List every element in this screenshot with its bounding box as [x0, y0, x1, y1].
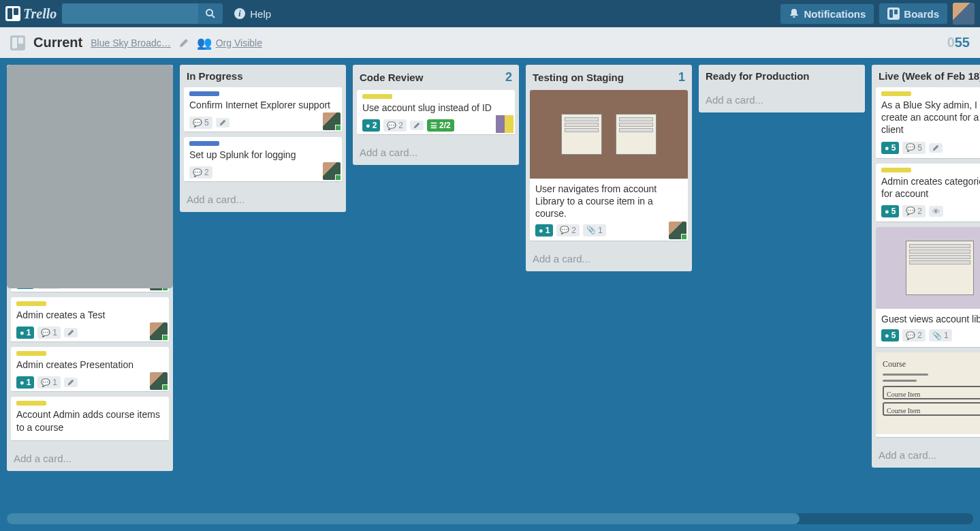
svg-point-0	[206, 10, 212, 16]
list-count: 1	[678, 70, 685, 85]
search-wrap	[62, 3, 223, 24]
search-button[interactable]	[198, 3, 223, 24]
visibility[interactable]: 👥 Org Visible	[197, 35, 262, 50]
list-count: 2	[505, 70, 512, 85]
top-header: Trello i Help Notifications Boards	[0, 0, 980, 27]
edit-icon[interactable]	[179, 38, 189, 48]
list-code-review: Code Review 2 Use account slug instead o…	[353, 65, 519, 165]
comments-badge: 💬1	[37, 327, 61, 339]
member-avatar[interactable]	[323, 112, 341, 130]
search-icon	[205, 8, 216, 19]
card[interactable]: Account Admin adds course items to a cou…	[11, 397, 169, 440]
org-link[interactable]: Blue Sky Broadc…	[91, 37, 171, 48]
people-icon: 👥	[197, 35, 212, 50]
attachment-badge: 📎1	[583, 224, 606, 237]
card[interactable]: As a Blue Sky admin, I create an account…	[876, 87, 980, 159]
comments-badge: 💬2	[189, 166, 212, 179]
comments-badge: 💬5	[189, 117, 212, 129]
member-avatar[interactable]	[150, 322, 168, 340]
watch-badge: 👁	[929, 206, 943, 217]
user-avatar[interactable]	[953, 3, 975, 25]
card[interactable]: User navigates from account Library to a…	[530, 90, 688, 241]
card[interactable]: Admin creates a Test ●1 💬1	[11, 297, 169, 342]
votes-badge: ●1	[16, 327, 34, 339]
votes-badge: ●5	[881, 142, 899, 154]
search-input[interactable]	[62, 3, 198, 24]
list-in-progress: In Progress Confirm Internet Explorer su…	[180, 65, 346, 212]
card[interactable]: Admin creates categories for account ●5 …	[876, 164, 980, 222]
member-avatar[interactable]	[669, 222, 686, 239]
label-blue	[189, 141, 219, 146]
help-link[interactable]: i Help	[228, 5, 276, 22]
add-card[interactable]: Add a card...	[699, 87, 865, 112]
card[interactable]: Use account slug instead of ID ●2 💬2 ☰2/…	[357, 90, 515, 135]
member-avatar[interactable]	[150, 372, 168, 390]
list-title[interactable]: Live (Week of Feb 18)	[879, 70, 980, 82]
info-icon: i	[234, 7, 246, 20]
list-live: Live (Week of Feb 18) As a Blue Sky admi…	[872, 65, 980, 468]
checklist-badge: ☰2/2	[427, 119, 454, 132]
board-header: Current Blue Sky Broadc… 👥 Org Visible 0…	[0, 27, 980, 58]
list-title[interactable]: Testing on Staging	[533, 72, 624, 83]
label-yellow	[16, 301, 46, 306]
member-avatar[interactable]	[496, 115, 513, 133]
edit-badge	[64, 378, 78, 387]
label-yellow	[16, 401, 46, 406]
edit-badge	[929, 143, 943, 153]
list-next-up: Next Up 27 Move Heroku account to monito…	[7, 65, 173, 471]
bell-icon	[789, 8, 800, 19]
svg-line-1	[212, 15, 215, 18]
votes-badge: ●5	[881, 329, 899, 342]
comments-badge: 💬2	[902, 329, 926, 342]
board-scrollbar[interactable]	[7, 513, 973, 524]
add-card[interactable]: Add a card...	[7, 446, 173, 471]
label-yellow	[16, 351, 46, 356]
card-cover	[530, 90, 688, 179]
board-canvas[interactable]: Next Up 27 Move Heroku account to monito…	[0, 58, 980, 531]
logo-text: Trello	[23, 6, 57, 22]
list-title[interactable]: Code Review	[360, 72, 423, 83]
board-count: 055	[947, 35, 970, 50]
comments-badge: 💬2	[902, 205, 926, 217]
card[interactable]: Set up Splunk for logging 💬2	[184, 137, 342, 182]
boards-button[interactable]: Boards	[879, 3, 947, 24]
card-cover	[876, 227, 980, 309]
label-yellow	[881, 168, 911, 172]
trello-icon	[5, 6, 20, 21]
card[interactable]: Guest views account library ●5 💬2 📎1	[876, 227, 980, 348]
comments-badge: 💬2	[556, 224, 580, 237]
logo[interactable]: Trello	[5, 6, 57, 22]
votes-badge: ●1	[535, 224, 553, 237]
boards-icon	[887, 7, 900, 20]
card-cover: Course Course Item Course Item	[876, 352, 980, 434]
edit-badge	[410, 121, 424, 130]
board-title[interactable]: Current	[33, 35, 82, 50]
attachment-badge: 📎1	[929, 329, 952, 342]
list-testing: Testing on Staging 1 User navigates from…	[526, 65, 692, 271]
label-yellow	[881, 91, 911, 96]
comments-badge: 💬2	[383, 119, 407, 132]
add-card[interactable]: Add a card...	[180, 187, 346, 212]
board-icon	[10, 35, 25, 50]
add-card[interactable]: Add a card...	[353, 140, 519, 165]
comments-badge: 💬1	[37, 376, 61, 389]
notifications-button[interactable]: Notifications	[780, 4, 874, 24]
list-ready: Ready for Production Add a card...	[699, 65, 865, 112]
votes-badge: ●2	[362, 119, 380, 132]
edit-badge	[216, 118, 230, 127]
label-yellow	[362, 94, 392, 99]
list-title[interactable]: Ready for Production	[706, 70, 810, 82]
add-card[interactable]: Add a card...	[872, 442, 980, 468]
votes-badge: ●1	[16, 376, 34, 389]
add-card[interactable]: Add a card...	[526, 246, 692, 271]
card[interactable]: Confirm Internet Explorer support 💬5	[184, 87, 342, 132]
card[interactable]: Admin creates Presentation ●1 💬1	[11, 347, 169, 392]
votes-badge: ●5	[881, 205, 899, 217]
card[interactable]: Course Course Item Course Item	[876, 352, 980, 438]
edit-badge	[64, 328, 78, 337]
member-avatar[interactable]	[323, 162, 341, 180]
list-title[interactable]: In Progress	[187, 70, 243, 82]
comments-badge: 💬5	[902, 142, 926, 154]
label-blue	[189, 91, 219, 96]
